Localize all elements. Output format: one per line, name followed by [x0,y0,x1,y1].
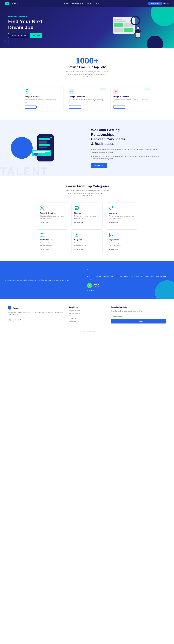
category-card-1: Finance The automated process starts as … [71,202,103,226]
footer-social: @ f t [8,318,63,322]
login-button[interactable]: LOG IN [164,3,168,4]
newsletter-title: Subscribe Newsletter [111,306,166,308]
svg-point-29 [112,207,113,208]
social-twitter-icon[interactable]: t [18,318,22,322]
category-icon-corporate [74,232,79,237]
jobs-section: Design & creatives The automated process… [0,84,174,120]
footer-link-2[interactable]: Restaurant [69,315,105,317]
browse-job-button-3[interactable]: BROWSE JOB [40,249,49,250]
nav-home[interactable]: HOME [64,3,68,4]
job-badge-1: Remote [99,88,106,90]
job-desc-1: The automated process starts as soon as … [69,99,105,103]
author-name: Robert T [94,284,100,286]
footer-grid: J Jobsco The automated process starts as… [8,306,166,324]
apply-button-1[interactable]: APPLY NOW [69,105,81,108]
job-icon-behance: Bē [69,89,74,94]
nav-actions: POST A JOB LOG IN [148,2,168,6]
footer-logo-icon: J [8,306,12,310]
author-role: Creative... [94,286,100,287]
logo-text: Jobsco [10,2,18,5]
footer-link-1[interactable]: Telecommunication [69,312,105,314]
person-illustration [134,26,142,38]
svg-rect-17 [37,153,38,155]
footer-link-4[interactable]: Architecture [69,320,105,322]
browse-job-button-0[interactable]: BROWSE JOB [40,222,49,223]
testimonial-section: s starts as soon as your clothe s site o… [0,261,174,299]
navbar: J Jobsco HOME BROWSE JOB PAGE CONTACT PO… [0,0,174,7]
nav-page[interactable]: PAGE [87,3,91,4]
category-desc-3: The automated process starts as soon as … [40,242,65,246]
logo-icon: J [6,2,9,6]
newsletter-description: Subscribe newsletter to get updates abou… [111,310,166,312]
social-instagram-icon[interactable]: @ [8,318,12,322]
categories-description: The automated process starts as soon as … [64,190,110,197]
post-job-button[interactable]: POST A JOB [148,2,162,6]
job-icon-design [24,89,30,94]
hero-title: Find Your Next Dream Job [8,18,87,30]
browse-job-button-2[interactable]: BROWSE JOB [109,222,118,223]
footer-brand: J Jobsco The automated process starts as… [8,306,63,324]
browse-job-button-1[interactable]: BROWSE JOB [74,222,83,223]
author-info: Robert T Creative... [94,284,100,287]
hero-tag: Easiest way to find a perfect job [8,16,87,17]
hero-illustration [87,14,166,39]
footer-link-3[interactable]: Programing [69,318,105,319]
job-card-1: Remote Bē Design & creatives The automat… [66,86,108,112]
looking-for-job-button[interactable]: LOOKING FOR A JOB? [8,33,28,38]
category-card-2: Marketing The automated process starts a… [106,202,137,226]
footer-newsletter-col: Subscribe Newsletter Subscribe newslette… [111,306,166,324]
svg-point-8 [25,90,29,94]
svg-rect-26 [75,208,76,209]
footer: J Jobsco The automated process starts as… [0,299,174,336]
find-talent-button[interactable]: FIND TALENT [91,163,107,168]
category-title-5: Copywriting [109,239,134,241]
jobs-grid: Design & creatives The automated process… [22,86,152,112]
svg-rect-16 [34,153,35,155]
svg-point-9 [27,91,28,92]
footer-logo-text: Jobsco [12,307,20,309]
footer-link-0[interactable]: Design & creatives [69,310,105,312]
email-input[interactable] [111,314,166,318]
category-title-0: Design & Creatives [40,212,65,214]
category-card-5: Copywriting The automated process starts… [106,230,137,253]
job-desc-0: The automated process starts as soon as … [24,99,61,103]
category-desc-0: The automated process starts as soon as … [40,215,65,220]
category-desc-2: The automated process starts as soon as … [109,215,134,220]
talent-right: We Build Lasting Relationships Between C… [91,128,166,168]
testimonial-left-text: s starts as soon as your clothe s site o… [6,279,87,282]
social-facebook-icon[interactable]: f [13,318,17,322]
find-talent-hero-button[interactable]: Find Talent [30,33,42,38]
nav-contact[interactable]: CONTACT [95,3,103,4]
footer-bottom: © 2021 Jobsco. All rights reserved. [8,328,166,332]
category-card-3: Health/Medical The automated process sta… [37,230,68,253]
magnifier-illustration [130,16,140,26]
svg-rect-18 [35,156,36,159]
job-card-2: Remote Design & creatives The automated … [110,86,152,112]
nav-browse-job[interactable]: BROWSE JOB [72,3,83,4]
stats-description: The automated process starts as soon as … [65,70,109,78]
category-title-2: Marketing [109,212,134,214]
footer-description: The automated process starts as soon as … [8,311,63,316]
svg-point-0 [137,27,139,29]
hero-section: Easiest way to find a perfect job Find Y… [0,7,174,48]
category-icon-finance [74,206,79,210]
talent-bg-text: TALENT [0,165,49,176]
svg-rect-15 [35,153,37,156]
person-small-illustration [33,150,39,161]
browse-job-button-4[interactable]: BROWSE JOB [74,249,83,250]
category-icon-copywriting [109,232,114,237]
testimonial-text: The automated process starts as soon as … [87,275,168,281]
category-card-4: Corporate The automated process starts a… [71,230,103,253]
dot-2 [91,290,92,291]
category-title-4: Corporate [74,239,100,241]
category-title-1: Finance [74,212,100,214]
apply-button-2[interactable]: APPLY NOW [113,105,125,108]
browse-job-button-5[interactable]: BROWSE JOB [109,249,118,250]
newsletter-form: SUBSCRIBE [111,314,166,324]
apply-button-0[interactable]: APPLY NOW [24,105,36,108]
stats-section: 1000+ Browse From Our Top Jobs The autom… [0,48,174,84]
subscribe-button[interactable]: SUBSCRIBE [111,319,166,324]
quote-icon: “ [87,270,168,274]
stats-title: Browse From Our Top Jobs [6,66,168,69]
hero-circle-decoration [151,7,174,26]
